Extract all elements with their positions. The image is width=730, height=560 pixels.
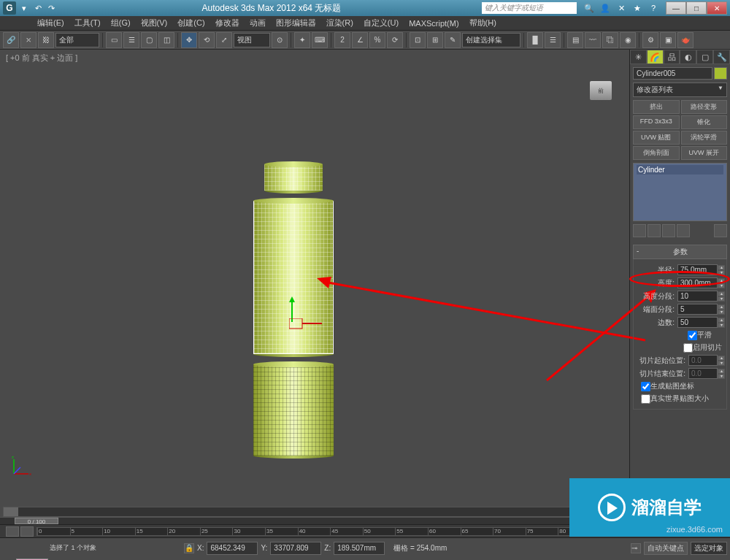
mini-curve-icon[interactable] [6, 526, 19, 537]
render-icon[interactable]: 🫖 [677, 32, 694, 48]
key-toggle-icon[interactable]: ⊸ [631, 543, 641, 553]
align-icon[interactable]: ☰ [545, 32, 561, 48]
z-input[interactable]: 189.507mm [334, 542, 385, 555]
infocenter-icon[interactable]: 🔍 [584, 3, 594, 13]
qat-icon[interactable]: ▾ [22, 4, 35, 13]
help-search-input[interactable]: 键入关键字或短语 [482, 2, 577, 14]
height-input[interactable]: 300.0mm [677, 277, 718, 288]
menu-edit[interactable]: 编辑(E) [33, 16, 69, 30]
render-frame-icon[interactable]: ▣ [660, 32, 676, 48]
viewport-hscroll[interactable] [3, 507, 626, 517]
pivot-icon[interactable]: ⊙ [272, 32, 288, 48]
tab-display-icon[interactable]: ▢ [696, 50, 713, 64]
modifier-list-combo[interactable]: 修改器列表 [633, 83, 727, 97]
select-rect-icon[interactable]: ▢ [141, 32, 157, 48]
lock-icon[interactable]: 🔒 [184, 543, 194, 553]
genuv-checkbox[interactable] [641, 382, 650, 391]
menu-create[interactable]: 创建(C) [173, 16, 209, 30]
autokey-button[interactable]: 自动关键点 [644, 542, 688, 555]
exchange-icon[interactable]: ✕ [616, 3, 626, 13]
named-selset-combo[interactable]: 创建选择集 [462, 33, 520, 47]
bind-icon[interactable]: ⛓ [38, 32, 54, 48]
mod-btn-pathdeform[interactable]: 路径变形 [681, 100, 728, 114]
stack-remove-icon[interactable] [677, 224, 690, 237]
stack-unique-icon[interactable] [662, 224, 675, 237]
spinner-snap-icon[interactable]: ⟳ [387, 32, 403, 48]
menu-render[interactable]: 渲染(R) [322, 16, 358, 30]
mod-btn-uvwmap[interactable]: UVW 贴图 [633, 131, 680, 145]
snap3-icon[interactable]: ✎ [445, 32, 461, 48]
time-slider-knob[interactable]: 0 / 100 [15, 518, 58, 524]
slicefrom-spinner[interactable]: ▴▾ [718, 356, 725, 366]
material-icon[interactable]: ◉ [620, 32, 636, 48]
stack-config-icon[interactable] [714, 224, 727, 237]
snap1-icon[interactable]: ⊡ [410, 32, 426, 48]
layers-icon[interactable]: ▤ [567, 32, 583, 48]
viewport[interactable]: 前 z x [3, 66, 626, 507]
menu-modifiers[interactable]: 修改器 [211, 16, 244, 30]
viewport-label[interactable]: [ +0 前 真实 + 边面 ] [0, 50, 629, 66]
link-icon[interactable]: 🔗 [3, 32, 19, 48]
hseg-spinner[interactable]: ▴▾ [718, 291, 725, 302]
sides-input[interactable]: 50 [677, 317, 718, 328]
mod-btn-bevelprofile[interactable]: 倒角剖面 [633, 146, 680, 160]
menu-group[interactable]: 组(G) [107, 16, 135, 30]
mod-btn-turbosmooth[interactable]: 涡轮平滑 [681, 131, 728, 145]
object-color-swatch[interactable] [714, 67, 727, 80]
snap-percent-icon[interactable]: % [369, 32, 385, 48]
sides-spinner[interactable]: ▴▾ [718, 318, 725, 328]
rollout-parameters[interactable]: 参数 [633, 245, 727, 259]
scale-icon[interactable]: ⤢ [216, 32, 232, 48]
tab-motion-icon[interactable]: ◐ [680, 50, 696, 64]
tab-create-icon[interactable]: ✳ [630, 50, 647, 64]
menu-maxscript[interactable]: MAXScript(M) [404, 18, 463, 29]
snap-2d-icon[interactable]: 2 [334, 32, 350, 48]
mirror-icon[interactable]: ▐▌ [527, 32, 543, 48]
menu-help[interactable]: 帮助(H) [465, 16, 501, 30]
smooth-checkbox[interactable] [688, 331, 697, 340]
tab-utilities-icon[interactable]: 🔧 [713, 50, 730, 64]
menu-views[interactable]: 视图(V) [137, 16, 172, 30]
mod-btn-ffd[interactable]: FFD 3x3x3 [633, 115, 680, 129]
maximize-button[interactable]: □ [686, 1, 707, 15]
unlink-icon[interactable]: ⤫ [20, 32, 36, 48]
schematic-icon[interactable]: ⿻ [602, 32, 618, 48]
curve-editor-icon[interactable]: 〰 [585, 32, 601, 48]
close-button[interactable]: ✕ [707, 1, 727, 15]
tab-modify-icon[interactable]: 🌈 [647, 50, 664, 64]
move-icon[interactable]: ✥ [181, 32, 197, 48]
window-crossing-icon[interactable]: ◫ [158, 32, 174, 48]
minimize-button[interactable]: — [666, 1, 686, 15]
x-input[interactable]: 68452.349 [207, 542, 258, 555]
select-name-icon[interactable]: ☰ [123, 32, 139, 48]
help-icon[interactable]: ? [648, 3, 658, 13]
mod-btn-unwrap[interactable]: UVW 展开 [681, 146, 728, 160]
stack-show-icon[interactable] [648, 224, 661, 237]
menu-tools[interactable]: 工具(T) [70, 16, 105, 30]
signin-icon[interactable]: 👤 [600, 3, 610, 13]
select-icon[interactable]: ▭ [106, 32, 122, 48]
mod-btn-extrude[interactable]: 挤出 [633, 100, 680, 114]
radius-input[interactable]: 75.0mm [677, 264, 718, 275]
menu-customize[interactable]: 自定义(U) [359, 16, 403, 30]
hseg-input[interactable]: 10 [677, 291, 718, 302]
keyboard-icon[interactable]: ⌨ [312, 32, 328, 48]
menu-animation[interactable]: 动画 [245, 16, 270, 30]
sliceto-spinner[interactable]: ▴▾ [718, 369, 725, 379]
manip-icon[interactable]: ✦ [294, 32, 310, 48]
viewcube[interactable]: 前 [590, 81, 612, 100]
redo-icon[interactable]: ↷ [48, 4, 61, 13]
realworld-checkbox[interactable] [641, 394, 650, 404]
stack-pin-icon[interactable] [633, 224, 646, 237]
selset-combo[interactable]: 选定对象 [691, 542, 727, 555]
object-name-input[interactable]: Cylinder005 [633, 67, 712, 80]
mod-btn-taper[interactable]: 锥化 [681, 115, 728, 129]
menu-graph[interactable]: 图形编辑器 [272, 16, 320, 30]
sliceto-input[interactable]: 0.0 [688, 368, 718, 379]
mini-curve2-icon[interactable] [20, 526, 34, 537]
selection-filter-combo[interactable]: 全部 [55, 33, 99, 47]
snap-angle-icon[interactable]: ∠ [352, 32, 368, 48]
snap2-icon[interactable]: ⊞ [427, 32, 443, 48]
favorite-icon[interactable]: ★ [632, 3, 642, 13]
ref-coord-combo[interactable]: 视图 [234, 33, 270, 47]
